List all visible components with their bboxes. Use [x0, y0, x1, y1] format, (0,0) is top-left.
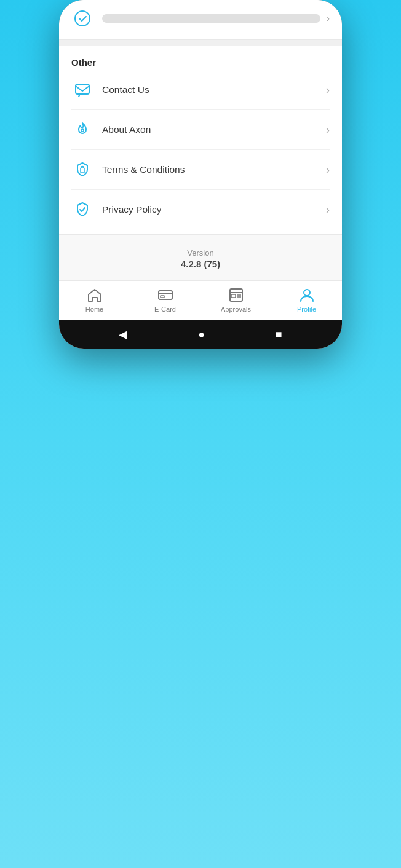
profile-icon — [299, 287, 315, 303]
svg-point-2 — [81, 129, 84, 132]
other-section: Other Contact Us › — [59, 46, 342, 234]
message-icon — [74, 81, 91, 98]
nav-approvals-label: Approvals — [221, 306, 251, 313]
android-nav-bar: ◀ ● ■ — [59, 320, 342, 349]
svg-rect-4 — [159, 291, 172, 299]
terms-conditions-label: Terms & Conditions — [102, 164, 326, 175]
android-recents-button[interactable]: ■ — [276, 328, 282, 341]
nav-profile-label: Profile — [297, 306, 316, 313]
about-axon-chevron-icon: › — [326, 124, 330, 136]
svg-rect-6 — [161, 296, 164, 298]
about-axon-icon-wrap — [71, 119, 93, 141]
phone-wrapper: › Other Contact Us › — [59, 0, 342, 349]
partial-icon — [71, 7, 93, 30]
ecard-icon — [157, 287, 173, 303]
bottom-nav: Home E-Card — [59, 280, 342, 320]
privacy-policy-item[interactable]: Privacy Policy › — [71, 190, 330, 229]
phone-screen: › Other Contact Us › — [59, 0, 342, 349]
home-icon — [87, 287, 103, 303]
privacy-policy-icon-wrap — [71, 199, 93, 221]
privacy-policy-label: Privacy Policy — [102, 204, 326, 215]
svg-rect-1 — [76, 84, 89, 94]
checkshield-icon — [74, 201, 91, 218]
about-axon-label: About Axon — [102, 124, 326, 135]
contact-us-label: Contact Us — [102, 84, 326, 95]
android-home-button[interactable]: ● — [198, 328, 205, 341]
contact-us-item[interactable]: Contact Us › — [71, 70, 330, 110]
svg-rect-9 — [231, 294, 236, 298]
version-number: 4.2.8 (75) — [59, 259, 342, 269]
nav-approvals[interactable]: Approvals — [200, 285, 271, 315]
approvals-icon — [228, 287, 244, 303]
shield-icon — [74, 161, 91, 178]
partial-chevron-icon: › — [327, 13, 330, 24]
nav-ecard-label: E-Card — [154, 306, 176, 313]
svg-point-12 — [304, 290, 310, 296]
nav-ecard[interactable]: E-Card — [130, 285, 200, 315]
other-section-label: Other — [71, 57, 330, 68]
svg-point-0 — [75, 11, 90, 26]
nav-home-label: Home — [85, 306, 103, 313]
contact-us-icon-wrap — [71, 79, 93, 101]
privacy-policy-chevron-icon: › — [326, 203, 330, 216]
section-divider — [59, 40, 342, 46]
terms-conditions-item[interactable]: Terms & Conditions › — [71, 150, 330, 190]
svg-rect-3 — [81, 168, 84, 173]
phone-body: › Other Contact Us › — [59, 0, 342, 349]
terms-conditions-icon-wrap — [71, 159, 93, 181]
nav-profile[interactable]: Profile — [271, 285, 342, 315]
contact-us-chevron-icon: › — [326, 84, 330, 97]
version-label: Version — [59, 248, 342, 258]
nav-home[interactable]: Home — [59, 285, 130, 315]
version-section: Version 4.2.8 (75) — [59, 234, 342, 280]
partial-top-item[interactable]: › — [59, 0, 342, 40]
fire-icon — [74, 121, 91, 138]
terms-conditions-chevron-icon: › — [326, 164, 330, 176]
android-back-button[interactable]: ◀ — [119, 328, 127, 341]
about-axon-item[interactable]: About Axon › — [71, 110, 330, 150]
partial-text-placeholder — [102, 14, 320, 23]
